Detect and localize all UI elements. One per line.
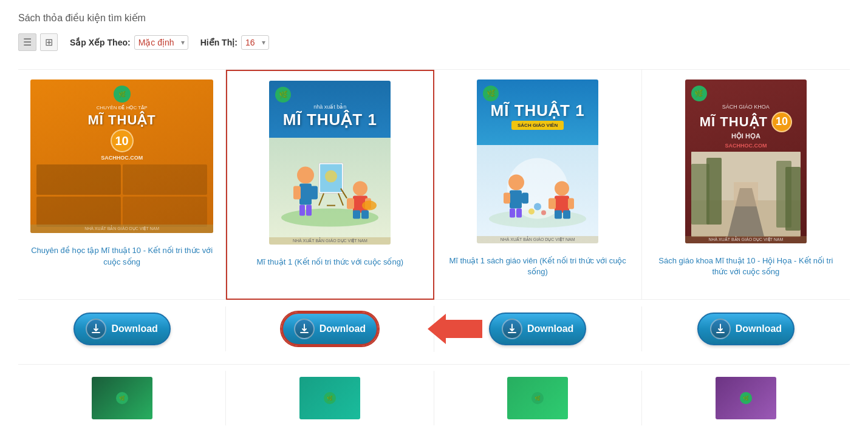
arrow-indicator bbox=[428, 314, 482, 344]
svg-point-35 bbox=[534, 203, 541, 211]
book-title-4: Sách giáo khoa Mĩ thuật 10 - Hội Họa - K… bbox=[654, 255, 838, 277]
svg-rect-33 bbox=[555, 211, 562, 219]
thumb-cell-2: 🌿 bbox=[226, 371, 434, 425]
page-subtitle: Sách thỏa điều kiện tìm kiếm bbox=[18, 12, 850, 24]
download-cell-2: Download bbox=[226, 306, 434, 352]
svg-rect-18 bbox=[361, 210, 369, 218]
svg-rect-41 bbox=[706, 158, 722, 225]
download-button-2[interactable]: Download bbox=[281, 312, 378, 346]
svg-rect-28 bbox=[516, 209, 522, 218]
download-icon-4 bbox=[710, 319, 731, 339]
toolbar: ☰ ⊞ Sắp Xếp Theo: Mặc định Tên A-Z Tên Z… bbox=[18, 33, 850, 57]
book-cover-wrapper-1: 🌿 CHUYÊN ĐỀ HỌC TẬP MĨ THUẬT 10 SACHHOC.… bbox=[30, 79, 213, 233]
svg-rect-6 bbox=[306, 205, 312, 215]
svg-line-8 bbox=[319, 193, 324, 205]
book-title-2: Mĩ thuật 1 (Kết nối tri thức với cuộc số… bbox=[257, 257, 404, 277]
bottom-thumbnails: 🌿 🌿 🌿 🌿 bbox=[18, 365, 850, 426]
download-label-1: Download bbox=[111, 323, 157, 334]
display-select[interactable]: 8 16 24 32 bbox=[241, 35, 269, 50]
svg-rect-4 bbox=[310, 186, 318, 199]
book-card-1: 🌿 CHUYÊN ĐỀ HỌC TẬP MĨ THUẬT 10 SACHHOC.… bbox=[18, 70, 226, 300]
page-wrapper: Sách thỏa điều kiện tìm kiếm ☰ ⊞ Sắp Xếp… bbox=[0, 0, 868, 426]
svg-rect-25 bbox=[504, 193, 510, 204]
thumb-cell-4: 🌿 bbox=[642, 371, 850, 425]
thumb-book-3[interactable]: 🌿 bbox=[507, 377, 568, 419]
list-view-button[interactable]: ☰ bbox=[18, 33, 36, 51]
sort-select-wrapper: Mặc định Tên A-Z Tên Z-A Mới nhất bbox=[134, 35, 188, 50]
display-section: Hiển Thị: 8 16 24 32 bbox=[200, 35, 269, 50]
download-arrow-icon-3 bbox=[507, 323, 518, 334]
download-arrow-icon-2 bbox=[299, 323, 310, 334]
svg-rect-15 bbox=[347, 198, 354, 209]
svg-rect-3 bbox=[293, 186, 301, 199]
svg-point-29 bbox=[555, 181, 569, 196]
download-cell-4: Download bbox=[642, 306, 850, 351]
svg-point-23 bbox=[508, 175, 524, 191]
download-label-4: Download bbox=[736, 323, 782, 334]
svg-point-37 bbox=[528, 209, 535, 215]
red-arrow-icon bbox=[428, 314, 482, 344]
sort-label: Sắp Xếp Theo: bbox=[70, 38, 131, 47]
svg-rect-27 bbox=[510, 209, 515, 218]
svg-marker-46 bbox=[428, 314, 482, 344]
svg-rect-5 bbox=[299, 205, 305, 215]
svg-point-36 bbox=[541, 211, 546, 215]
download-icon-3 bbox=[502, 319, 522, 339]
svg-rect-45 bbox=[734, 182, 758, 206]
thumb-book-2[interactable]: 🌿 bbox=[299, 377, 360, 419]
download-arrow-icon-4 bbox=[715, 323, 726, 334]
download-button-3[interactable]: Download bbox=[489, 313, 586, 345]
svg-rect-17 bbox=[353, 210, 360, 218]
svg-rect-32 bbox=[568, 198, 574, 209]
sort-select[interactable]: Mặc định Tên A-Z Tên Z-A Mới nhất bbox=[134, 35, 188, 50]
svg-rect-44 bbox=[785, 167, 801, 231]
svg-point-13 bbox=[353, 181, 367, 195]
download-cell-1: Download bbox=[18, 306, 226, 351]
svg-point-12 bbox=[325, 170, 337, 182]
svg-rect-2 bbox=[299, 183, 312, 205]
book-cover-wrapper-2: 🌿 nhà xuất bản MĨ THUẬT 1 bbox=[239, 81, 420, 245]
view-toggle: ☰ ⊞ bbox=[18, 33, 58, 51]
book-cover-wrapper-3: 🌿 MĨ THUẬT 1 SÁCH GIÁO VIÊN bbox=[446, 79, 629, 243]
book-cover-2[interactable]: 🌿 nhà xuất bản MĨ THUẬT 1 bbox=[269, 81, 391, 245]
thumb-book-4[interactable]: 🌿 bbox=[716, 377, 776, 419]
book-cover-4[interactable]: 🌿 SÁCH GIÁO KHOA MĨ THUẬT 10 HỘI HỌA SAC… bbox=[685, 79, 807, 243]
svg-rect-30 bbox=[555, 196, 569, 213]
download-label-2: Download bbox=[320, 323, 366, 334]
download-button-1[interactable]: Download bbox=[73, 313, 171, 345]
download-row: Download Download bbox=[18, 300, 850, 365]
thumb-cell-1: 🌿 bbox=[18, 371, 226, 425]
svg-point-20 bbox=[362, 200, 377, 210]
books-grid: 🌿 CHUYÊN ĐỀ HỌC TẬP MĨ THUẬT 10 SACHHOC.… bbox=[18, 69, 850, 300]
svg-point-1 bbox=[297, 166, 314, 183]
thumb-cell-3: 🌿 bbox=[434, 371, 642, 425]
svg-line-9 bbox=[338, 193, 343, 205]
download-icon-2 bbox=[294, 319, 315, 339]
book-cover-3[interactable]: 🌿 MĨ THUẬT 1 SÁCH GIÁO VIÊN bbox=[477, 79, 598, 243]
book-title-3: Mĩ thuật 1 sách giáo viên (Kết nối tri t… bbox=[446, 255, 629, 277]
thumb-book-1[interactable]: 🌿 bbox=[92, 377, 152, 419]
book-card-4: 🌿 SÁCH GIÁO KHOA MĨ THUẬT 10 HỘI HỌA SAC… bbox=[642, 70, 850, 300]
svg-rect-31 bbox=[548, 198, 556, 209]
book-cover-wrapper-4: 🌿 SÁCH GIÁO KHOA MĨ THUẬT 10 HỘI HỌA SAC… bbox=[654, 79, 838, 243]
download-label-3: Download bbox=[527, 323, 573, 334]
svg-rect-34 bbox=[563, 211, 570, 219]
svg-rect-26 bbox=[522, 193, 528, 204]
book-title-1: Chuyên đề học tập Mĩ thuật 10 - Kết nối … bbox=[30, 245, 213, 277]
download-icon-1 bbox=[86, 319, 106, 339]
book-card-2: 🌿 nhà xuất bản MĨ THUẬT 1 bbox=[226, 70, 434, 300]
svg-rect-24 bbox=[510, 191, 522, 209]
download-button-4[interactable]: Download bbox=[697, 313, 795, 345]
grid-view-button[interactable]: ⊞ bbox=[40, 33, 58, 51]
display-select-wrapper: 8 16 24 32 bbox=[241, 35, 269, 50]
book-cover-1[interactable]: 🌿 CHUYÊN ĐỀ HỌC TẬP MĨ THUẬT 10 SACHHOC.… bbox=[30, 79, 213, 233]
book-card-3: 🌿 MĨ THUẬT 1 SÁCH GIÁO VIÊN bbox=[434, 70, 642, 300]
sort-section: Sắp Xếp Theo: Mặc định Tên A-Z Tên Z-A M… bbox=[70, 35, 188, 50]
display-label: Hiển Thị: bbox=[200, 38, 238, 47]
download-arrow-icon-1 bbox=[91, 323, 101, 334]
